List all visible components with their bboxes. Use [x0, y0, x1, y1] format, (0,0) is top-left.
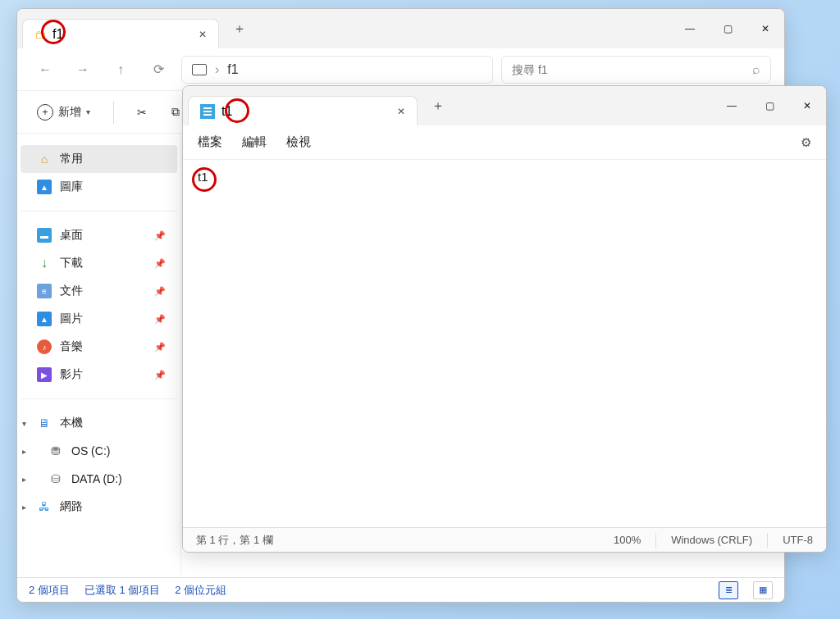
sidebar-item-network[interactable]: ▸ 🖧 網路	[21, 493, 177, 521]
search-icon: ⌕	[752, 62, 760, 77]
notepad-status-bar: 第 1 行，第 1 欄 100% Windows (CRLF) UTF-8	[183, 527, 826, 552]
close-button[interactable]: ✕	[788, 86, 826, 125]
sidebar-label: 下載	[60, 256, 83, 271]
notepad-text-area[interactable]: t1	[183, 160, 826, 527]
pin-icon: 📌	[154, 370, 166, 380]
sidebar-label: 桌面	[60, 228, 83, 243]
details-view-button[interactable]: ≣	[719, 581, 738, 599]
status-item-count: 2 個項目	[29, 583, 70, 598]
status-position: 第 1 行，第 1 欄	[196, 533, 273, 548]
maximize-button[interactable]: ▢	[709, 9, 746, 48]
download-icon: ↓	[37, 256, 52, 271]
explorer-tab[interactable]: 🗀 f1 ✕	[22, 19, 219, 48]
address-bar[interactable]: › f1	[181, 56, 493, 84]
sidebar-label: 網路	[60, 499, 83, 514]
status-zoom: 100%	[614, 534, 641, 546]
chevron-down-icon[interactable]: ▾	[22, 419, 26, 428]
explorer-tab-title: f1	[52, 27, 63, 42]
settings-button[interactable]: ⚙	[801, 135, 811, 150]
explorer-sidebar: ⌂ 常用 ▲ 圖庫 ▬ 桌面 📌 ↓ 下載 📌	[17, 134, 181, 577]
notepad-menubar: 檔案 編輯 檢視 ⚙	[183, 125, 826, 160]
chevron-right-icon[interactable]: ▸	[22, 475, 26, 484]
breadcrumb-sep: ›	[215, 62, 219, 77]
minimize-button[interactable]: —	[671, 9, 709, 48]
tab-close-icon[interactable]: ✕	[397, 106, 405, 117]
pictures-icon: ▲	[37, 312, 52, 326]
new-button[interactable]: + 新增 ▾	[30, 98, 97, 126]
notepad-icon	[200, 104, 215, 119]
notepad-titlebar[interactable]: t1 ✕ ＋ — ▢ ✕	[183, 86, 826, 125]
notepad-window: t1 ✕ ＋ — ▢ ✕ 檔案 編輯 檢視 ⚙ t1 第 1 行，第 1 欄 1…	[182, 85, 827, 553]
forward-button[interactable]: →	[68, 55, 98, 84]
chevron-right-icon[interactable]: ▸	[22, 447, 26, 456]
copy-icon: ⧉	[171, 105, 180, 119]
address-text: f1	[227, 62, 238, 77]
pin-icon: 📌	[154, 314, 166, 325]
notepad-tab-title: t1	[221, 104, 232, 119]
pin-icon: 📌	[154, 342, 166, 353]
sidebar-label: 本機	[60, 416, 83, 430]
sidebar-item-gallery[interactable]: ▲ 圖庫	[21, 173, 177, 201]
document-icon: ≡	[37, 284, 52, 298]
pc-icon	[192, 64, 207, 75]
sidebar-label: 圖片	[60, 312, 83, 326]
status-line-ending: Windows (CRLF)	[671, 534, 752, 546]
large-icons-view-button[interactable]: ▦	[753, 581, 773, 599]
sidebar-item-videos[interactable]: ▶ 影片 📌	[21, 361, 177, 389]
home-icon: ⌂	[37, 152, 52, 166]
up-button[interactable]: ↑	[106, 55, 135, 84]
desktop-icon: ▬	[37, 228, 52, 243]
sidebar-item-pictures[interactable]: ▲ 圖片 📌	[21, 305, 177, 333]
sidebar-label: 圖庫	[60, 180, 83, 194]
sidebar-label: DATA (D:)	[71, 472, 122, 485]
toolbar-divider	[113, 101, 114, 124]
sidebar-label: 影片	[60, 367, 83, 382]
sidebar-item-downloads[interactable]: ↓ 下載 📌	[21, 249, 177, 277]
pc-icon: 🖥	[37, 416, 52, 430]
notepad-content: t1	[198, 170, 208, 184]
menu-edit[interactable]: 編輯	[242, 134, 267, 150]
sidebar-item-drive-d[interactable]: ▸ ⛁ DATA (D:)	[21, 465, 177, 493]
sidebar-item-this-pc[interactable]: ▾ 🖥 本機	[21, 409, 177, 437]
maximize-button[interactable]: ▢	[751, 86, 788, 125]
sidebar-item-home[interactable]: ⌂ 常用	[21, 145, 177, 173]
sidebar-item-music[interactable]: ♪ 音樂 📌	[21, 333, 177, 361]
new-button-label: 新增	[58, 105, 81, 120]
status-selection: 已選取 1 個項目	[84, 583, 160, 598]
menu-view[interactable]: 檢視	[286, 134, 311, 150]
search-input[interactable]	[512, 63, 752, 76]
scissors-icon: ✂	[137, 106, 147, 119]
search-box[interactable]: ⌕	[501, 56, 771, 84]
sidebar-label: OS (C:)	[71, 444, 110, 457]
plus-circle-icon: +	[37, 104, 53, 121]
network-icon: 🖧	[37, 499, 52, 514]
notepad-tab[interactable]: t1 ✕	[188, 96, 418, 125]
close-button[interactable]: ✕	[746, 9, 784, 48]
gallery-icon: ▲	[37, 180, 52, 194]
tab-close-icon[interactable]: ✕	[199, 29, 207, 40]
chevron-right-icon[interactable]: ▸	[22, 503, 26, 512]
status-encoding: UTF-8	[783, 534, 813, 546]
sidebar-item-documents[interactable]: ≡ 文件 📌	[21, 277, 177, 305]
drive-icon: ⛁	[48, 471, 63, 486]
menu-file[interactable]: 檔案	[198, 134, 222, 150]
pin-icon: 📌	[154, 286, 166, 297]
sidebar-label: 音樂	[60, 339, 83, 354]
explorer-status-bar: 2 個項目 已選取 1 個項目 2 個位元組 ≣ ▦	[17, 577, 784, 602]
sidebar-label: 文件	[60, 284, 83, 298]
chevron-down-icon: ▾	[86, 107, 90, 116]
sidebar-item-desktop[interactable]: ▬ 桌面 📌	[21, 221, 177, 249]
folder-icon: 🗀	[34, 28, 46, 41]
new-tab-button[interactable]: ＋	[226, 15, 253, 43]
cut-button[interactable]: ✂	[130, 98, 153, 126]
minimize-button[interactable]: —	[713, 86, 751, 125]
sidebar-item-drive-c[interactable]: ▸ ⛃ OS (C:)	[21, 437, 177, 465]
status-size: 2 個位元組	[175, 583, 226, 598]
new-tab-button[interactable]: ＋	[424, 92, 452, 120]
video-icon: ▶	[37, 367, 52, 382]
back-button[interactable]: ←	[30, 55, 60, 84]
refresh-button[interactable]: ⟳	[144, 55, 173, 84]
music-icon: ♪	[37, 339, 52, 354]
explorer-titlebar[interactable]: 🗀 f1 ✕ ＋ — ▢ ✕	[17, 9, 784, 48]
pin-icon: 📌	[154, 258, 166, 269]
